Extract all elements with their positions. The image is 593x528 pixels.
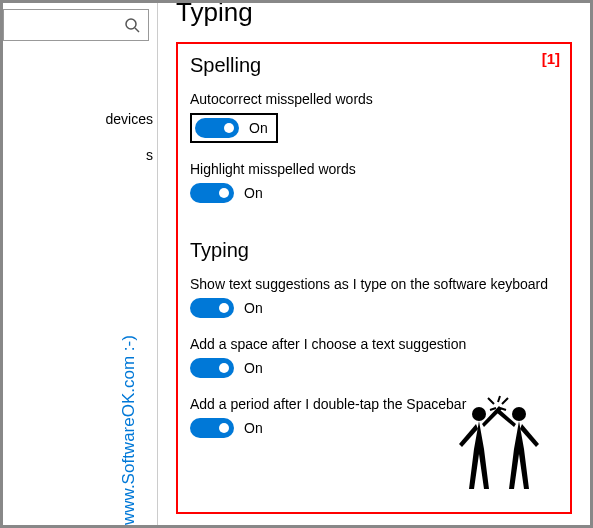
setting-label: Add a period after I double-tap the Spac… [190, 396, 558, 412]
svg-line-1 [135, 28, 139, 32]
setting-highlight-misspelled: Highlight misspelled words On [190, 161, 558, 203]
sidebar-item-label: s [146, 147, 153, 163]
annotation-frame: [1] Spelling Autocorrect misspelled word… [176, 42, 572, 514]
toggle-add-period[interactable] [190, 418, 234, 438]
section-heading-spelling: Spelling [190, 54, 558, 77]
sidebar: devices s [3, 3, 158, 525]
sidebar-item-s[interactable]: s [3, 137, 157, 173]
setting-add-period: Add a period after I double-tap the Spac… [190, 396, 558, 438]
toggle-state: On [244, 185, 263, 201]
search-input[interactable] [3, 9, 149, 41]
setting-text-suggestions: Show text suggestions as I type on the s… [190, 276, 558, 318]
section-heading-typing: Typing [190, 239, 558, 262]
main-panel: Typing [1] Spelling Autocorrect misspell… [158, 3, 590, 525]
setting-add-space: Add a space after I choose a text sugges… [190, 336, 558, 378]
toggle-state: On [244, 360, 263, 376]
setting-label: Add a space after I choose a text sugges… [190, 336, 558, 352]
highlight-box: On [190, 113, 278, 143]
page-title: Typing [176, 3, 572, 28]
toggle-add-space[interactable] [190, 358, 234, 378]
setting-label: Highlight misspelled words [190, 161, 558, 177]
setting-label: Autocorrect misspelled words [190, 91, 558, 107]
toggle-state: On [249, 120, 268, 136]
svg-point-0 [126, 19, 136, 29]
toggle-text-suggestions[interactable] [190, 298, 234, 318]
sidebar-item-label: devices [106, 111, 153, 127]
search-icon [124, 17, 140, 33]
toggle-highlight[interactable] [190, 183, 234, 203]
toggle-state: On [244, 420, 263, 436]
setting-label: Show text suggestions as I type on the s… [190, 276, 558, 292]
annotation-badge: [1] [542, 50, 560, 67]
sidebar-item-devices[interactable]: devices [3, 101, 157, 137]
setting-autocorrect: Autocorrect misspelled words On [190, 91, 558, 143]
toggle-autocorrect[interactable] [195, 118, 239, 138]
toggle-state: On [244, 300, 263, 316]
